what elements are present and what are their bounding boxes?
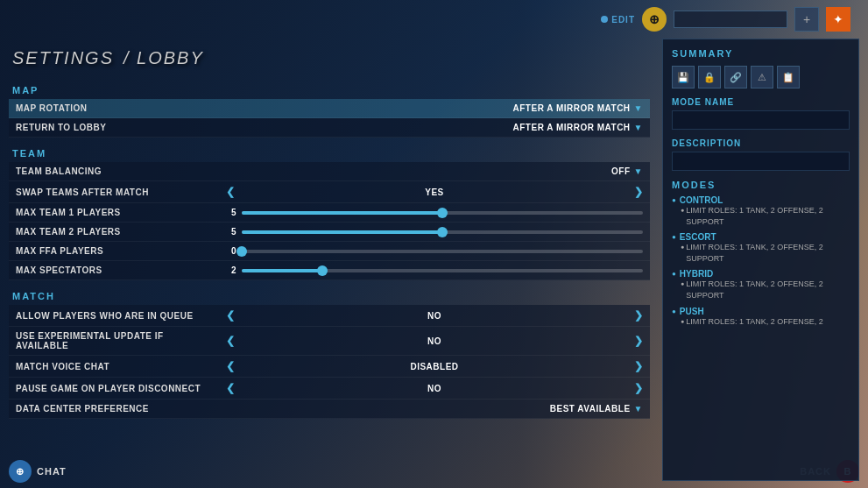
table-row[interactable]: MAX FFA PLAYERS 0 [9, 242, 650, 261]
dropdown-arrow-icon: ▼ [634, 103, 643, 113]
row-value[interactable]: BEST AVAILABLE ▼ [219, 400, 650, 419]
mode-desc-escort: LIMIT ROLES: 1 TANK, 2 OFFENSE, 2 SUPPOR… [672, 242, 850, 264]
team-section-header: TEAM [9, 148, 650, 159]
row-value[interactable]: AFTER A MIRROR MATCH ▼ [219, 118, 650, 138]
page-title: SETTINGS / LOBBY [9, 39, 650, 71]
row-value[interactable]: ❮ YES ❯ [219, 181, 650, 203]
mode-entry-push: PUSH LIMIT ROLES: 1 TANK, 2 OFFENSE, 2 [672, 307, 850, 328]
mode-entry-hybrid: HYBRID LIMIT ROLES: 1 TANK, 2 OFFENSE, 2… [672, 269, 850, 301]
edit-dot-icon [601, 16, 608, 23]
right-arrow-btn[interactable]: ❯ [634, 309, 644, 322]
mode-name-hybrid: HYBRID [672, 269, 850, 279]
slider-thumb[interactable] [437, 208, 448, 218]
mode-entry-control: CONTROL LIMIT ROLES: 1 TANK, 2 OFFENSE, … [672, 195, 850, 227]
left-arrow-btn[interactable]: ❮ [226, 335, 236, 347]
row-label: SWAP TEAMS AFTER MATCH [9, 181, 219, 203]
map-section-header: MAP [9, 85, 650, 95]
slider-thumb[interactable] [317, 265, 328, 276]
row-value[interactable]: OFF ▼ [219, 162, 650, 181]
modes-title: MODES [672, 180, 850, 190]
mode-name-push: PUSH [672, 307, 850, 316]
dropdown-arrow-icon: ▼ [634, 166, 643, 176]
row-value[interactable]: ❮ DISABLED ❯ [219, 356, 650, 378]
slider-track[interactable] [242, 250, 643, 253]
row-label: RETURN TO LOBBY [9, 118, 219, 138]
left-arrow-btn[interactable]: ❮ [226, 382, 236, 394]
row-value[interactable]: ❮ NO ❯ [219, 305, 650, 327]
row-label: ALLOW PLAYERS WHO ARE IN QUEUE [9, 305, 219, 327]
table-row[interactable]: TEAM BALANCING OFF ▼ [9, 162, 650, 181]
lock-icon-btn[interactable]: 🔒 [698, 66, 721, 88]
slider-thumb[interactable] [236, 246, 247, 257]
map-settings-table: MAP ROTATION AFTER A MIRROR MATCH ▼ RETU… [9, 99, 650, 138]
clipboard-icon-btn[interactable]: 📋 [777, 66, 800, 88]
add-icon-btn[interactable]: + [794, 7, 819, 32]
slider-track[interactable] [242, 211, 643, 215]
slider-track[interactable] [242, 269, 643, 272]
row-label: DATA CENTER PREFERENCE [9, 400, 219, 419]
mode-desc-push: LIMIT ROLES: 1 TANK, 2 OFFENSE, 2 [672, 316, 850, 328]
slider-fill [242, 230, 442, 234]
left-panel: SETTINGS / LOBBY MAP MAP ROTATION AFTER … [9, 39, 653, 481]
mode-desc-control: LIMIT ROLES: 1 TANK, 2 OFFENSE, 2 SUPPOR… [672, 205, 850, 227]
table-row[interactable]: USE EXPERIMENTAL UPDATE IF AVAILABLE ❮ N… [9, 327, 650, 356]
row-label: MAP ROTATION [9, 99, 219, 118]
row-label: MAX TEAM 2 PLAYERS [9, 223, 219, 242]
row-value[interactable]: 2 [219, 261, 650, 280]
table-row[interactable]: MAX TEAM 2 PLAYERS 5 [9, 223, 650, 242]
left-arrow-btn[interactable]: ❮ [226, 360, 236, 372]
table-row[interactable]: MATCH VOICE CHAT ❮ DISABLED ❯ [9, 356, 650, 378]
right-arrow-btn[interactable]: ❯ [634, 382, 644, 394]
top-bar: EDIT ⊕ + ✦ [9, 0, 859, 39]
right-arrow-btn[interactable]: ❯ [634, 186, 644, 198]
mode-name-input[interactable] [674, 11, 787, 28]
table-row[interactable]: PAUSE GAME ON PLAYER DISCONNECT ❮ NO ❯ [9, 378, 650, 400]
right-arrow-btn[interactable]: ❯ [634, 360, 644, 372]
mode-desc-hybrid: LIMIT ROLES: 1 TANK, 2 OFFENSE, 2 SUPPOR… [672, 279, 850, 301]
row-label: PAUSE GAME ON PLAYER DISCONNECT [9, 378, 219, 400]
mode-name-control: CONTROL [672, 195, 850, 205]
main-layout: SETTINGS / LOBBY MAP MAP ROTATION AFTER … [9, 39, 859, 488]
table-row[interactable]: SWAP TEAMS AFTER MATCH ❮ YES ❯ [9, 181, 650, 203]
share-icon-btn[interactable]: 🔗 [724, 66, 747, 88]
row-value[interactable]: ❮ NO ❯ [219, 378, 650, 400]
slider-fill [242, 211, 442, 215]
mode-name-field[interactable] [672, 110, 850, 130]
row-label: MAX FFA PLAYERS [9, 242, 219, 261]
row-value[interactable]: AFTER A MIRROR MATCH ▼ [219, 99, 650, 118]
team-settings-table: TEAM BALANCING OFF ▼ SWAP TEAMS AFTER MA… [9, 162, 650, 280]
row-value[interactable]: 5 [219, 223, 650, 242]
mode-name-label: MODE NAME [672, 97, 850, 107]
edit-indicator: EDIT [601, 15, 635, 25]
orange-icon-btn[interactable]: ✦ [826, 7, 850, 32]
row-label: TEAM BALANCING [9, 162, 219, 181]
table-row[interactable]: MAX SPECTATORS 2 [9, 261, 650, 280]
save-icon-btn[interactable]: 💾 [672, 66, 695, 88]
right-arrow-btn[interactable]: ❯ [634, 335, 644, 347]
description-field[interactable] [672, 152, 850, 171]
table-row[interactable]: DATA CENTER PREFERENCE BEST AVAILABLE ▼ [9, 400, 650, 419]
left-arrow-btn[interactable]: ❮ [226, 186, 236, 198]
edit-label: EDIT [611, 15, 635, 25]
row-label: MAX SPECTATORS [9, 261, 219, 280]
row-value[interactable]: ❮ NO ❯ [219, 327, 650, 356]
summary-icons-row: 💾 🔒 🔗 ⚠ 📋 [672, 66, 850, 88]
row-value[interactable]: 0 [219, 242, 650, 261]
table-row[interactable]: MAP ROTATION AFTER A MIRROR MATCH ▼ [9, 99, 650, 118]
slider-track[interactable] [242, 230, 643, 234]
left-arrow-btn[interactable]: ❮ [226, 309, 236, 322]
row-label: USE EXPERIMENTAL UPDATE IF AVAILABLE [9, 327, 219, 356]
warning-icon-btn[interactable]: ⚠ [751, 66, 773, 88]
slider-fill [242, 269, 322, 272]
row-label: MATCH VOICE CHAT [9, 356, 219, 378]
table-row[interactable]: MAX TEAM 1 PLAYERS 5 [9, 203, 650, 223]
row-value[interactable]: 5 [219, 203, 650, 223]
mode-entry-escort: ESCORT LIMIT ROLES: 1 TANK, 2 OFFENSE, 2… [672, 232, 850, 264]
slider-thumb[interactable] [437, 227, 448, 237]
dropdown-arrow-icon: ▼ [634, 404, 643, 414]
table-row[interactable]: RETURN TO LOBBY AFTER A MIRROR MATCH ▼ [9, 118, 650, 138]
row-label: MAX TEAM 1 PLAYERS [9, 203, 219, 223]
overwatch-logo-icon: ⊕ [642, 7, 667, 32]
mode-name-escort: ESCORT [672, 232, 850, 242]
table-row[interactable]: ALLOW PLAYERS WHO ARE IN QUEUE ❮ NO ❯ [9, 305, 650, 327]
